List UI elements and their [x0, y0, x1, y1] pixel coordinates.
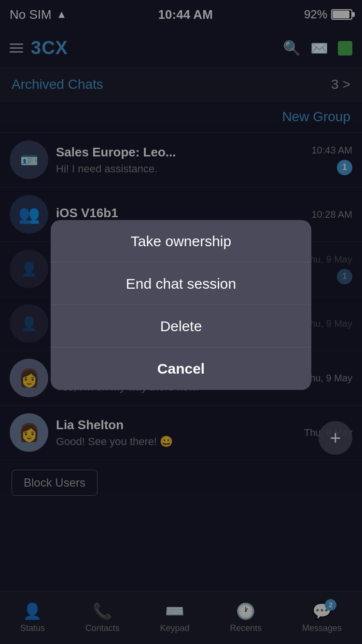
context-take-ownership[interactable]: Take ownership: [51, 220, 311, 263]
context-cancel[interactable]: Cancel: [51, 348, 311, 390]
context-end-chat-session[interactable]: End chat session: [51, 263, 311, 305]
context-menu-overlay[interactable]: Take ownership End chat session Delete C…: [0, 0, 362, 644]
context-menu: Take ownership End chat session Delete C…: [51, 220, 311, 390]
context-delete[interactable]: Delete: [51, 305, 311, 348]
